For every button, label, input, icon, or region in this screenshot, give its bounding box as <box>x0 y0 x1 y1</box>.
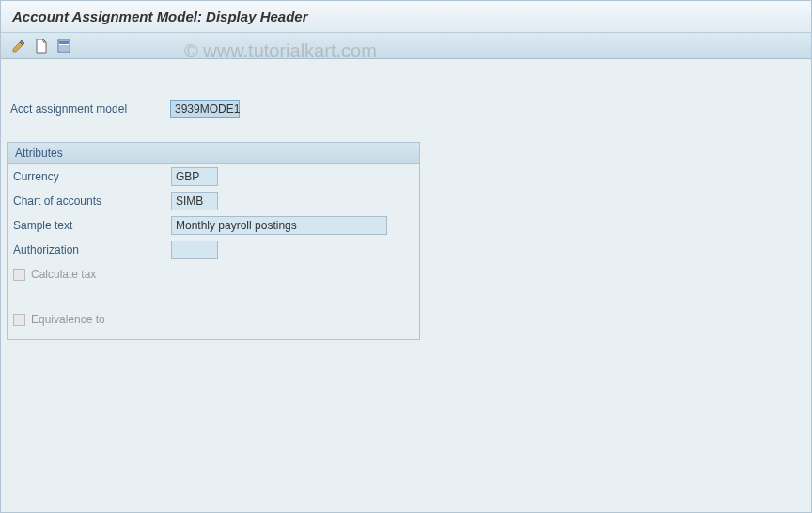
page-title: Account Assignment Model: Display Header <box>12 8 308 24</box>
sample-value[interactable]: Monthly payroll postings <box>171 216 387 235</box>
window-title-bar: Account Assignment Model: Display Header <box>1 1 811 33</box>
chart-label: Chart of accounts <box>13 194 171 208</box>
spacer <box>8 287 419 307</box>
bottom-spacer <box>8 332 419 339</box>
calc-tax-checkbox[interactable] <box>13 269 25 281</box>
currency-value[interactable]: GBP <box>171 167 218 186</box>
document-icon[interactable] <box>33 38 50 54</box>
toolbar <box>1 33 811 59</box>
svg-rect-1 <box>59 41 69 44</box>
equiv-label: Equivalence to <box>31 313 105 326</box>
auth-label: Authorization <box>13 243 171 256</box>
sample-row: Sample text Monthly payroll postings <box>8 213 419 238</box>
auth-row: Authorization <box>8 238 419 262</box>
currency-label: Currency <box>13 170 171 183</box>
overview-icon[interactable] <box>55 38 72 54</box>
attributes-group-body: Currency GBP Chart of accounts SIMB Samp… <box>8 164 419 339</box>
calc-tax-label: Calculate tax <box>31 268 96 281</box>
auth-value[interactable] <box>171 241 218 259</box>
currency-row: Currency GBP <box>8 164 419 189</box>
attributes-group: Attributes Currency GBP Chart of account… <box>7 142 420 340</box>
model-value[interactable]: 3939MODE1 <box>170 100 240 118</box>
model-label: Acct assignment model <box>10 102 170 116</box>
chart-value[interactable]: SIMB <box>171 192 218 210</box>
sample-label: Sample text <box>13 219 171 232</box>
equiv-row: Equivalence to <box>8 307 419 332</box>
equiv-checkbox[interactable] <box>13 314 25 326</box>
attributes-group-header: Attributes <box>8 143 419 164</box>
chart-row: Chart of accounts SIMB <box>8 189 419 213</box>
change-icon[interactable] <box>10 38 27 54</box>
calc-tax-row: Calculate tax <box>8 262 419 287</box>
content-area: Acct assignment model 3939MODE1 Attribut… <box>1 97 811 340</box>
model-field-row: Acct assignment model 3939MODE1 <box>1 97 811 121</box>
